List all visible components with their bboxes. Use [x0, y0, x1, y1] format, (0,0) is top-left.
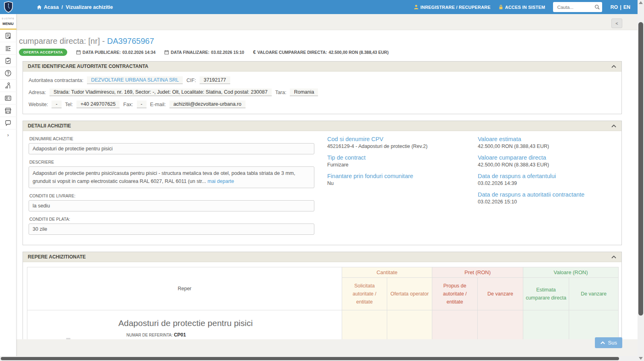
sidebar-item-feedback[interactable]	[0, 117, 17, 129]
horizontal-scrollbar[interactable]	[0, 356, 638, 361]
section-items-title: REPERE ACHIZITIONATE	[28, 254, 86, 260]
item-reference-label: NUMAR DE REFERINTA:	[126, 333, 173, 337]
contracting-authority-link[interactable]: DEZVOLTARE URBANA SLATINA SRL	[87, 76, 183, 84]
breadcrumb-home-label[interactable]: Acasa	[44, 4, 59, 10]
community-funding-value: Nu	[327, 180, 478, 186]
breadcrumb-home-link[interactable]: Acasa	[37, 4, 59, 10]
vertical-scrollbar[interactable]	[638, 0, 644, 361]
sidebar-item-catalog[interactable]	[0, 105, 17, 117]
column-header-reper: Reper	[27, 267, 342, 310]
tel-label: Tel:	[65, 102, 73, 107]
group-header-value: Valoare (RON)	[523, 267, 619, 278]
details-info-column-2: Valoare estimata 42.500,00 RON (8.388,43…	[478, 136, 616, 240]
group-header-price: Pret (RON)	[432, 267, 523, 278]
list-arrow-icon	[4, 45, 12, 52]
estimated-value-block: Valoare estimata 42.500,00 RON (8.388,43…	[478, 136, 616, 149]
tel-value: +40 249707625	[76, 101, 120, 108]
search-icon[interactable]	[594, 4, 600, 10]
description-label: DESCRIERE	[29, 160, 327, 164]
contract-type-label: Tip de contract	[327, 154, 478, 161]
vertical-scrollbar-thumb[interactable]	[638, 22, 643, 316]
chevron-up-icon[interactable]	[611, 255, 617, 259]
payment-conditions-label: CONDITII DE PLATA:	[29, 217, 327, 222]
section-details-body: DENUMIRE ACHIZITIE Adaposturi de protect…	[23, 131, 621, 245]
scroll-down-arrow[interactable]	[639, 357, 643, 360]
sidebar-item-procedures[interactable]	[0, 42, 17, 55]
estimated-value-label: Valoare estimata	[478, 136, 616, 142]
cif-value: 37192177	[200, 76, 230, 84]
delivery-conditions-label: CONDITII DE LIVRARE:	[29, 193, 327, 198]
authority-response-value: 03.02.2026 15:10	[478, 199, 616, 205]
lang-separator: |	[620, 4, 621, 10]
system-access-label[interactable]: ACCES IN SISTEM	[505, 5, 545, 10]
acquisition-number-link[interactable]: DA39765967	[107, 37, 154, 45]
app-logo[interactable]	[0, 1, 17, 13]
breadcrumb-separator: /	[62, 4, 63, 10]
direct-purchase-value-label: VALOARE CUMPARARE DIRECTA:	[257, 50, 327, 55]
sidebar-item-verification[interactable]	[0, 55, 17, 67]
publish-date-label: DATA PUBLICARE:	[83, 50, 121, 55]
sidebar-menu-label: MENIU	[2, 22, 13, 26]
finalize-date-label: DATA FINALIZARE:	[171, 50, 209, 55]
scroll-to-top-label[interactable]: Sus	[608, 340, 617, 346]
lang-ro-button[interactable]: RO	[610, 4, 618, 10]
bidder-response-label: Data de raspuns a ofertantului	[478, 173, 616, 179]
cpv-value: 45216129-4 - Adaposturi de protectie (Re…	[327, 144, 478, 149]
section-authority-title: DATE IDENTIFICARE AUTORITATE CONTRACTANT…	[28, 64, 149, 69]
column-header-value-sale: De vanzare	[569, 278, 619, 310]
publish-date: DATA PUBLICARE: 03.02.2026 14:34	[76, 50, 155, 55]
register-recovery-label[interactable]: INREGISTRARE / RECUPERARE	[421, 5, 491, 10]
authority-row-3: Website: - Tel: +40 249707625 Fax: - E-m…	[29, 101, 616, 108]
chevron-up-icon[interactable]	[611, 124, 617, 128]
cif-label: CIF:	[186, 78, 196, 83]
email-value: achizitii@dezvoltare-urbana.ro	[169, 101, 246, 108]
main-content-area: < cumparare directa: [nr] - DA39765967 O…	[17, 14, 638, 356]
description-field: Adaposturi de protectie pentru pisici/ca…	[29, 166, 314, 188]
section-authority-header[interactable]: DATE IDENTIFICARE AUTORITATE CONTRACTANT…	[23, 62, 621, 72]
column-header-value-estimated: Estimata cumparare directa	[523, 278, 569, 310]
page-title-prefix: cumparare directa: [nr] -	[19, 37, 105, 45]
user-icon	[414, 4, 419, 10]
sidebar-item-contacts[interactable]	[0, 92, 17, 105]
chat-bubble-icon	[4, 119, 12, 127]
column-header-price-proposed: Propus de autoritate / entitate	[432, 278, 478, 310]
section-details-header[interactable]: DETALII ACHIZITIE	[23, 121, 621, 131]
search-box[interactable]	[553, 2, 602, 12]
search-input[interactable]	[556, 4, 592, 10]
fax-label: Fax:	[123, 102, 133, 107]
sidebar-item-statistics[interactable]	[0, 80, 17, 92]
bottom-spacer	[17, 339, 638, 356]
scroll-up-arrow[interactable]	[639, 1, 643, 4]
sidebar-item-news[interactable]	[0, 30, 17, 42]
description-text: Adaposturi de protectie pentru pisici/ca…	[33, 170, 295, 184]
authority-row-1: Autoritatea contractanta: DEZVOLTARE URB…	[29, 76, 616, 84]
section-items-header[interactable]: REPERE ACHIZITIONATE	[23, 252, 621, 262]
description-more-link[interactable]: mai departe	[208, 178, 234, 184]
breadcrumb: Acasa / Vizualizare achizitie	[37, 4, 113, 10]
group-header-quantity: Cantitate	[342, 267, 432, 278]
status-badge: OFERTA ACCEPTATA	[19, 49, 67, 56]
website-value: -	[52, 101, 61, 108]
item-reference-value: CP01	[174, 332, 186, 338]
sidebar-item-help[interactable]	[0, 67, 17, 80]
finalize-date-value: 03.02.2026 15:10	[211, 50, 244, 55]
bidder-response-value: 03.02.2026 14:39	[478, 180, 616, 186]
collapse-panel-button[interactable]: <	[611, 18, 622, 28]
id-card-icon	[4, 94, 12, 102]
direct-purchase-label: Valoare cumparare directa	[478, 154, 616, 161]
scroll-to-top-button[interactable]: Sus	[595, 337, 622, 348]
register-recovery-link[interactable]: INREGISTRARE / RECUPERARE	[414, 4, 491, 10]
lang-en-button[interactable]: EN	[623, 4, 630, 10]
direct-purchase-value-amount: 42.500,00 RON (8.388,43 EUR)	[329, 50, 389, 55]
chevron-up-icon[interactable]	[611, 65, 617, 68]
lock-icon	[499, 4, 503, 10]
authority-response-block: Data de raspuns a autoritatii contractan…	[478, 191, 616, 205]
system-access-link[interactable]: ACCES IN SISTEM	[499, 4, 545, 10]
home-icon	[37, 5, 42, 10]
acquisition-name-label: DENUMIRE ACHIZITIE	[29, 136, 327, 141]
sidebar-expand-button[interactable]: ›	[7, 132, 9, 138]
address-value: Strada: Tudor Vladimirescu, nr. 169, Sec…	[50, 88, 272, 96]
horizontal-scrollbar-thumb[interactable]	[1, 357, 619, 360]
section-authority-body: Autoritatea contractanta: DEZVOLTARE URB…	[23, 72, 621, 114]
delivery-conditions-field: la sediu	[29, 200, 314, 211]
